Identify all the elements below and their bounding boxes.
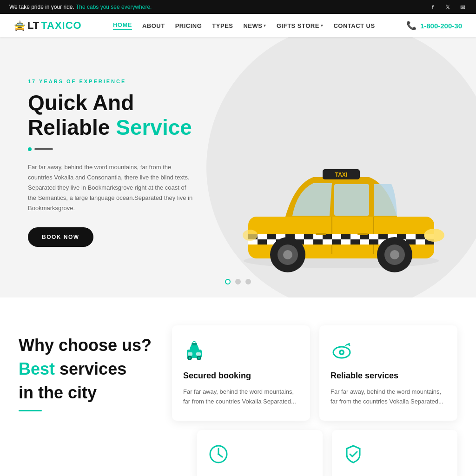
svg-rect-39: [192, 343, 197, 345]
logo-brand: TAXICO: [41, 20, 81, 32]
svg-rect-17: [416, 234, 425, 239]
svg-rect-37: [357, 233, 368, 235]
phone-icon: 📞: [406, 20, 416, 31]
slider-dots: [225, 279, 251, 284]
features-heading: Why choose us?: [19, 335, 158, 357]
hero-divider: [28, 147, 195, 151]
email-icon[interactable]: ✉: [458, 3, 467, 11]
hero-title-line1: Quick And: [28, 91, 134, 115]
top-bar-prefix: We take pride in your ride.: [9, 4, 74, 10]
nav-gifts-store[interactable]: GIFTS STORE ▾: [277, 22, 323, 29]
slider-dot-3[interactable]: [245, 279, 251, 284]
features-title-line2: in the city: [19, 382, 158, 404]
svg-rect-13: [341, 234, 350, 239]
svg-rect-4: [334, 184, 369, 216]
svg-point-53: [218, 453, 219, 455]
svg-text:TAXI: TAXI: [335, 172, 347, 178]
hero-description: Far far away, behind the word mountains,…: [28, 162, 195, 213]
nav-home[interactable]: HOME: [113, 21, 132, 30]
clock-icon: [208, 444, 311, 467]
nav-contact[interactable]: CONTACT US: [333, 22, 375, 29]
taxi-icon: [183, 339, 299, 364]
twitter-icon[interactable]: 𝕏: [443, 3, 452, 11]
top-bar-message: We take pride in your ride. The cabs you…: [9, 4, 152, 10]
svg-point-49: [348, 343, 350, 345]
top-bar: We take pride in your ride. The cabs you…: [0, 0, 476, 14]
header: 🚖 LT TAXICO HOME ABOUT PRICING TYPES NEW…: [0, 14, 476, 37]
nav-pricing[interactable]: PRICING: [175, 22, 202, 29]
logo[interactable]: 🚖 LT TAXICO: [14, 20, 82, 32]
hero-section: 17 YEARS OF EXPERIENCE Quick And Reliabl…: [0, 37, 476, 298]
hero-title-line2: Reliable: [28, 115, 110, 139]
nav-about[interactable]: ABOUT: [142, 22, 165, 29]
feature-card-safe: [332, 430, 457, 476]
svg-rect-44: [188, 352, 192, 356]
svg-rect-21: [313, 239, 323, 245]
feature-desc-1: Far far away, behind the word mountains,…: [331, 387, 446, 407]
feature-card-ontime: [197, 430, 323, 476]
book-now-button[interactable]: BOOK NOW: [28, 227, 93, 247]
hero-title: Quick And Reliable Service: [28, 91, 195, 140]
svg-rect-15: [378, 234, 388, 239]
feature-card-secured-booking: Secured booking Far far away, behind the…: [172, 325, 310, 421]
slider-dot-1[interactable]: [225, 279, 231, 284]
feature-card-reliable: Reliable services Far far away, behind t…: [319, 325, 457, 421]
svg-rect-9: [267, 234, 276, 239]
features-cards: Secured booking Far far away, behind the…: [172, 325, 457, 421]
svg-rect-36: [316, 233, 326, 235]
svg-rect-22: [332, 239, 341, 245]
feature-title-1: Reliable services: [331, 371, 446, 381]
main-nav: HOME ABOUT PRICING TYPES NEWS ▾ GIFTS ST…: [113, 21, 375, 30]
hero-experience-label: 17 YEARS OF EXPERIENCE: [28, 79, 195, 84]
news-dropdown-icon: ▾: [264, 23, 266, 28]
svg-rect-24: [369, 239, 378, 245]
features-title-line: services: [60, 359, 126, 378]
nav-news[interactable]: NEWS ▾: [243, 22, 266, 29]
svg-point-48: [341, 351, 343, 354]
hero-divider-line: [34, 148, 53, 150]
svg-point-34: [424, 229, 444, 242]
facebook-icon[interactable]: f: [429, 3, 437, 11]
svg-point-33: [390, 250, 399, 259]
gifts-dropdown-icon: ▾: [321, 23, 324, 28]
feature-title-0: Secured booking: [183, 371, 299, 381]
phone-text: 1-800-200-30: [420, 22, 462, 30]
svg-rect-18: [258, 239, 267, 245]
logo-icon: 🚖: [14, 20, 26, 31]
features-highlight: Best: [19, 359, 55, 378]
hero-content: 17 YEARS OF EXPERIENCE Quick And Reliabl…: [28, 79, 195, 247]
svg-point-35: [243, 230, 258, 241]
slider-dot-2[interactable]: [235, 279, 241, 284]
social-icons: f 𝕏 ✉: [429, 3, 467, 11]
svg-rect-45: [196, 352, 201, 356]
shield-icon: [343, 444, 446, 467]
feature-desc-0: Far far away, behind the word mountains,…: [183, 387, 299, 407]
features-subheading: Best services: [19, 358, 158, 380]
hero-car-image: TAXI: [220, 128, 462, 279]
hero-title-highlight: Service: [116, 115, 192, 139]
svg-point-42: [189, 357, 191, 359]
svg-rect-11: [304, 234, 313, 239]
svg-point-43: [198, 357, 200, 359]
top-bar-highlight: The cabs you see everywhere.: [76, 4, 152, 10]
nav-types[interactable]: TYPES: [212, 22, 233, 29]
svg-point-30: [283, 250, 292, 259]
bottom-cards-row: [0, 430, 476, 476]
features-section: Why choose us? Best services in the city: [0, 298, 476, 439]
logo-lt: LT: [27, 20, 39, 32]
svg-rect-23: [350, 239, 360, 245]
features-left: Why choose us? Best services in the city: [19, 325, 158, 411]
features-underline: [19, 410, 42, 411]
phone-number: 📞 1-800-200-30: [406, 20, 462, 31]
eye-icon: [331, 339, 446, 364]
hero-divider-dot: [28, 147, 32, 151]
